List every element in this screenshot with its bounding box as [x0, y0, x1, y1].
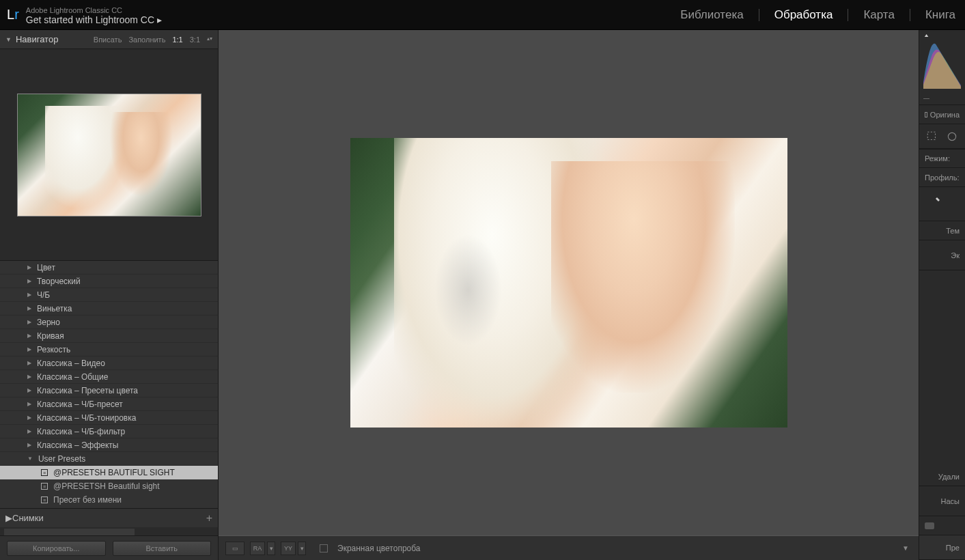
left-toolbar: Копировать... Вставить [0, 535, 218, 560]
preset-group[interactable]: ▶Зерно [0, 316, 218, 329]
delete-row[interactable]: Удали [919, 467, 965, 486]
collapse-triangle-icon: ▼ [5, 36, 12, 43]
before-after-caret-icon[interactable]: ▾ [298, 542, 306, 555]
temp-row[interactable]: Тем [919, 221, 965, 240]
preset-item[interactable]: ≡@PRESETSH BAUTIFUL SIGHT [0, 466, 218, 479]
loupe-view-button[interactable]: ▭ [225, 542, 244, 555]
switch-row[interactable] [919, 516, 965, 535]
preset-group[interactable]: ▶Кривая [0, 329, 218, 343]
module-library[interactable]: Библиотека [677, 7, 746, 23]
checkbox-icon [925, 112, 927, 117]
expand-triangle-icon: ▶ [27, 333, 31, 339]
expand-triangle-icon: ▶ [27, 401, 31, 407]
zoom-controls: Вписать Заполнить 1:1 3:1 ▴▾ [94, 36, 212, 44]
preset-icon: ≡ [41, 469, 48, 476]
pre-row[interactable]: Пре [919, 535, 965, 560]
zoom-stepper-icon[interactable]: ▴▾ [207, 36, 212, 44]
white-balance-row[interactable] [919, 187, 965, 221]
expand-triangle-icon: ▶ [27, 319, 31, 325]
snapshots-header[interactable]: ▶ Снимки + [0, 508, 218, 527]
app-title: Adobe Lightroom Classic CC Get started w… [26, 5, 162, 25]
paste-button[interactable]: Вставить [113, 541, 212, 556]
preset-group[interactable]: ▶Классика – Видео [0, 356, 218, 370]
mode-row[interactable]: Режим: [919, 149, 965, 168]
center-panel: ▭ RA ▾ YY ▾ Экранная цветопроба ▼ [219, 30, 919, 560]
preset-item[interactable]: ≡Пресет без имени [0, 493, 218, 507]
copy-button[interactable]: Копировать... [7, 541, 106, 556]
expand-triangle-icon: ▶ [5, 513, 12, 523]
exp-row[interactable]: Эк [919, 240, 965, 270]
left-panel: ▼ Навигатор Вписать Заполнить 1:1 3:1 ▴▾… [0, 30, 219, 560]
crop-tool-icon[interactable] [926, 130, 938, 143]
module-picker: Библиотека Обработка Карта Книга [677, 7, 958, 23]
preset-icon: ≡ [41, 496, 48, 503]
navigator-title: Навигатор [16, 34, 58, 44]
app-logo: Lr [7, 7, 19, 23]
zoom-fit[interactable]: Вписать [94, 36, 122, 44]
toggle-icon [925, 522, 934, 529]
navigator-header[interactable]: ▼ Навигатор Вписать Заполнить 1:1 3:1 ▴▾ [0, 30, 218, 49]
expand-triangle-icon: ▶ [27, 428, 31, 434]
svg-marker-0 [925, 34, 929, 37]
preset-group[interactable]: ▶Классика – Ч/Б-тонировка [0, 411, 218, 425]
preset-group[interactable]: ▶Классика – Эффекты [0, 438, 218, 452]
soft-proof-checkbox[interactable] [320, 544, 328, 552]
preset-group[interactable]: ▶Резкость [0, 343, 218, 356]
expand-triangle-icon: ▶ [27, 387, 31, 393]
soft-proof-label: Экранная цветопроба [337, 544, 421, 553]
zoom-3to1[interactable]: 3:1 [190, 36, 200, 44]
preset-group[interactable]: ▶Классика – Ч/Б-фильтр [0, 425, 218, 438]
before-after-ra-button[interactable]: RA [250, 542, 265, 555]
presets-panel: ▶Цвет▶Творческий▶Ч/Б▶Виньетка▶Зерно▶Крив… [0, 261, 218, 508]
main-image [350, 138, 787, 428]
image-canvas[interactable] [219, 30, 919, 535]
collapse-triangle-icon: ▼ [27, 456, 33, 462]
thumbnail-image [17, 94, 201, 216]
expand-triangle-icon: ▶ [27, 292, 31, 298]
preset-group[interactable]: ▶Классика – Ч/Б-пресет [0, 397, 218, 411]
expand-triangle-icon: ▶ [27, 305, 31, 311]
expand-triangle-icon: ▶ [27, 374, 31, 380]
preset-group[interactable]: ▶Классика – Пресеты цвета [0, 384, 218, 397]
svg-point-2 [949, 132, 956, 140]
add-snapshot-icon[interactable]: + [206, 512, 212, 524]
title-bar: Lr Adobe Lightroom Classic CC Get starte… [0, 0, 965, 30]
tool-strip [919, 124, 965, 149]
preset-icon: ≡ [41, 483, 48, 490]
expand-triangle-icon: ▶ [27, 264, 31, 270]
profile-row[interactable]: Профиль: [919, 168, 965, 187]
zoom-fill[interactable]: Заполнить [128, 36, 165, 44]
preset-group[interactable]: ▶Творческий [0, 275, 218, 288]
before-after-yy-button[interactable]: YY [281, 542, 296, 555]
histogram[interactable]: — [919, 30, 965, 105]
preset-group-user[interactable]: ▼User Presets [0, 452, 218, 466]
toolbar-menu-icon[interactable]: ▼ [899, 542, 912, 555]
preset-group[interactable]: ▶Цвет [0, 261, 218, 275]
before-after-caret-icon[interactable]: ▾ [267, 542, 275, 555]
eyedropper-icon [925, 196, 941, 212]
original-row[interactable]: Оригина [919, 105, 965, 124]
module-develop[interactable]: Обработка [772, 7, 836, 23]
preset-group[interactable]: ▶Виньетка [0, 302, 218, 316]
expand-triangle-icon: ▶ [27, 278, 31, 284]
preset-group[interactable]: ▶Ч/Б [0, 288, 218, 302]
spot-tool-icon[interactable] [946, 130, 958, 143]
preset-group[interactable]: ▶Классика – Общие [0, 370, 218, 384]
expand-triangle-icon: ▶ [27, 346, 31, 352]
svg-rect-1 [927, 132, 935, 139]
navigator-preview[interactable] [0, 49, 218, 261]
expand-triangle-icon: ▶ [27, 360, 31, 366]
right-panel: — Оригина Режим: Профиль: Тем Эк Удали Н… [919, 30, 965, 560]
expand-triangle-icon: ▶ [27, 415, 31, 421]
preset-item[interactable]: ≡@PRESETSH Beautiful sight [0, 479, 218, 493]
zoom-1to1[interactable]: 1:1 [172, 36, 182, 44]
center-toolbar: ▭ RA ▾ YY ▾ Экранная цветопроба ▼ [219, 535, 919, 560]
module-map[interactable]: Карта [861, 7, 897, 23]
expand-triangle-icon: ▶ [27, 442, 31, 448]
sat-row[interactable]: Насы [919, 486, 965, 516]
module-book[interactable]: Книга [923, 7, 958, 23]
